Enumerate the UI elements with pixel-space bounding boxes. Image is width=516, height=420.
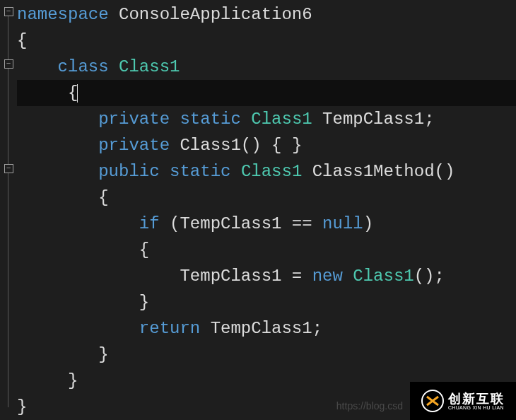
gutter-line [0,211,17,237]
gutter-line [0,132,17,158]
gutter-line [0,289,17,315]
code-line[interactable]: namespace ConsoleApplication6 [17,1,516,28]
gutter-line [0,394,17,420]
fold-gutter: −−− [0,0,17,420]
code-line[interactable]: } [17,289,516,315]
code-line[interactable]: private Class1() { } [17,132,516,158]
code-line[interactable]: return TempClass1; [17,315,516,342]
fold-toggle-icon[interactable]: − [4,164,13,173]
brand-badge: 创新互联 CHUANG XIN HU LIAN [410,382,516,420]
fold-toggle-icon[interactable]: − [4,7,13,16]
code-line[interactable]: { [17,185,516,211]
gutter-line [0,368,17,394]
fold-toggle-icon[interactable]: − [4,59,13,69]
gutter-line [0,80,17,106]
brand-name-cn: 创新互联 [448,392,505,405]
brand-logo-icon [421,390,444,412]
watermark-text: https://blog.csd [336,400,403,412]
gutter-line [0,342,17,368]
code-line[interactable]: if (TempClass1 == null) [17,211,516,237]
gutter-line [0,185,17,211]
gutter-line [0,28,17,54]
gutter-line: − [0,1,17,28]
code-line[interactable]: { [17,80,516,106]
gutter-line [0,237,17,263]
code-line[interactable]: TempClass1 = new Class1(); [17,263,516,289]
gutter-line [0,263,17,289]
code-line[interactable]: public static Class1 Class1Method() [17,158,516,185]
gutter-line [0,106,17,132]
code-line[interactable]: { [17,237,516,263]
code-area[interactable]: namespace ConsoleApplication6{ class Cla… [17,0,516,420]
brand-name-en: CHUANG XIN HU LIAN [448,405,505,410]
code-line[interactable]: { [17,28,516,54]
code-line[interactable]: class Class1 [17,54,516,80]
code-line[interactable]: private static Class1 TempClass1; [17,106,516,132]
gutter-line: − [0,54,17,80]
text-cursor [77,84,78,103]
code-editor: −−− namespace ConsoleApplication6{ class… [0,0,516,420]
gutter-line: − [0,158,17,185]
code-line[interactable]: } [17,342,516,368]
gutter-line [0,315,17,342]
